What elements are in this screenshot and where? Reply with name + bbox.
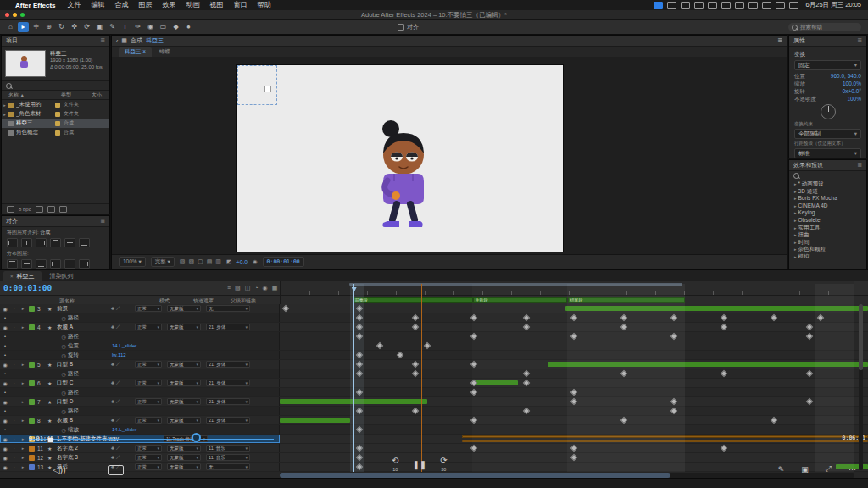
home-tool-icon[interactable]: ⌂ <box>5 22 16 32</box>
layer-row-left[interactable]: ◉·▸13★最后♣⟋正常▾无蒙版▾无▾ <box>0 463 280 471</box>
time-ruler[interactable] <box>280 281 854 295</box>
keyframe-icon[interactable] <box>411 370 418 377</box>
stopwatch-icon[interactable]: ◷ <box>59 334 68 340</box>
menu-文件[interactable]: 文件 <box>63 0 86 10</box>
hide-property-icon[interactable]: • <box>0 352 10 358</box>
vscroll-thumb[interactable] <box>859 304 863 370</box>
property-value[interactable]: 100% <box>847 95 861 103</box>
project-item-row[interactable]: ▸_角色素材文件夹 <box>2 109 109 119</box>
solo-icon[interactable]: · <box>10 446 19 451</box>
keyframe-icon[interactable] <box>721 324 727 330</box>
menu-编辑[interactable]: 编辑 <box>86 0 110 10</box>
close-icon[interactable]: × <box>10 274 14 279</box>
panel-menu-icon[interactable]: ≣ <box>857 162 862 169</box>
viewer-pasteboard[interactable] <box>112 57 787 255</box>
effect-category[interactable]: ▸扭曲 <box>789 231 866 239</box>
eye-icon[interactable]: ◉ <box>0 362 10 368</box>
menu-动画[interactable]: 动画 <box>181 0 205 10</box>
tab-project[interactable]: 项目 <box>6 36 18 45</box>
keyframe-icon[interactable] <box>355 426 362 433</box>
keyframe-icon[interactable] <box>411 324 418 330</box>
keyframe-icon[interactable] <box>470 445 477 452</box>
keyframe-icon[interactable] <box>470 333 477 340</box>
interpret-footage-icon[interactable] <box>7 206 14 213</box>
eye-icon[interactable]: ◉ <box>0 446 10 452</box>
parent-link-dropdown[interactable]: 21. 身体▾ <box>206 380 250 386</box>
layer-name[interactable]: 前景 <box>57 305 111 313</box>
twirl-icon[interactable]: ▸ <box>794 247 797 252</box>
keyframe-icon[interactable] <box>805 324 812 330</box>
parent-link-dropdown[interactable]: 11. 音乐▾ <box>206 445 250 452</box>
twirl-icon[interactable]: ▸ <box>794 218 797 223</box>
label-color-chip[interactable] <box>29 464 35 470</box>
keyframe-icon[interactable] <box>355 352 362 358</box>
comp-marker[interactable]: 结尾段 <box>568 297 686 303</box>
menu-效果[interactable]: 效果 <box>158 0 181 10</box>
project-item-row[interactable]: ▸_未使用的文件夹 <box>2 100 109 109</box>
eye-icon[interactable]: ◉ <box>0 306 10 312</box>
track-lane[interactable] <box>280 313 868 322</box>
twirl-icon[interactable]: ▸ <box>19 399 27 404</box>
menu-合成[interactable]: 合成 <box>110 0 134 10</box>
keyframe-icon[interactable] <box>411 408 418 414</box>
layer-row-left[interactable]: ◉·▸11★名字底 2♣⟋正常▾无蒙版▾11. 音乐▾ <box>0 444 280 452</box>
keyframe-icon[interactable] <box>355 324 362 330</box>
layer-row-left[interactable]: •◷路径 <box>0 407 280 415</box>
layer-row-left[interactable]: ◉·▸8★衣服 B♣⟋正常▾无蒙版▾21. 身体▾ <box>0 416 280 424</box>
audio-level-line[interactable] <box>29 439 274 440</box>
label-color-chip[interactable] <box>29 418 35 424</box>
timeline-tab-渲染队列[interactable]: 渲染队列 <box>43 271 81 281</box>
hide-property-icon[interactable]: • <box>0 390 10 395</box>
mask-visibility-icon[interactable]: ▢ <box>198 258 203 265</box>
keyframe-icon[interactable] <box>570 398 577 405</box>
twirl-icon[interactable]: ▸ <box>794 210 797 215</box>
parent-link-dropdown[interactable]: 11. 音乐▾ <box>206 454 250 461</box>
layer-row[interactable]: ◉·▸4★衣服 A♣⟋正常▾无蒙版▾21. 身体▾ <box>0 323 868 332</box>
property-row[interactable]: •◷旋转lw.112 <box>0 351 868 360</box>
align-left-button[interactable] <box>7 238 18 247</box>
layer-row-left[interactable]: ◉·▸6★口型 C♣⟋正常▾无蒙版▾21. 身体▾ <box>0 379 280 387</box>
keyframe-icon[interactable] <box>523 314 530 321</box>
shapes-icon[interactable] <box>721 2 731 9</box>
property-row[interactable]: •◷路径 <box>0 332 868 341</box>
distribute-right-button[interactable] <box>79 259 90 269</box>
track-matte-dropdown[interactable]: 无蒙版▾ <box>167 454 201 461</box>
solo-icon[interactable]: · <box>10 455 19 460</box>
twirl-icon[interactable]: ▸ <box>794 181 797 186</box>
keyframe-icon[interactable] <box>470 314 477 321</box>
layer-row[interactable]: ◉·▸8★衣服 B♣⟋正常▾无蒙版▾21. 身体▾ <box>0 416 868 425</box>
label-color-chip[interactable] <box>29 306 35 312</box>
hide-property-icon[interactable]: • <box>0 408 10 413</box>
align-center-v-button[interactable] <box>64 238 75 247</box>
parent-link-dropdown[interactable]: 无▾ <box>206 305 250 312</box>
align-top-button[interactable] <box>50 238 61 247</box>
graph-editor-icon[interactable]: ▦ <box>272 285 278 291</box>
keyframe-icon[interactable] <box>470 361 477 368</box>
label-color-chip[interactable] <box>29 399 35 405</box>
expand-icon[interactable]: ⤢ <box>826 464 832 474</box>
snap-checkbox[interactable] <box>398 24 404 30</box>
parent-link-dropdown[interactable]: 21. 身体▾ <box>206 324 250 330</box>
puppet-tool-icon[interactable]: ● <box>183 22 194 32</box>
hand-tool-icon[interactable]: ✛ <box>31 22 42 32</box>
property-name[interactable]: 路径 <box>68 370 112 378</box>
keyframe-icon[interactable] <box>411 361 418 368</box>
keyframe-icon[interactable] <box>620 417 627 424</box>
layer-row[interactable]: ◉·▸3★前景♣⟋正常▾无蒙版▾无▾ <box>0 304 868 313</box>
layer-switches[interactable]: ♣⟋ <box>111 380 133 386</box>
resolution-dropdown[interactable]: 完整 ▾ <box>151 257 175 267</box>
layer-name[interactable]: 口型 B <box>57 361 111 369</box>
blend-mode-dropdown[interactable]: 正常▾ <box>135 463 162 470</box>
keyframe-icon[interactable] <box>721 445 727 452</box>
panel-menu-icon[interactable]: ≣ <box>777 37 782 44</box>
tab-properties[interactable]: 属性 <box>793 36 805 45</box>
keyframe-icon[interactable] <box>282 305 289 312</box>
layer-row-left[interactable]: •◷路径 <box>0 369 280 378</box>
label-color-chip[interactable] <box>29 324 35 330</box>
menu-图层[interactable]: 图层 <box>134 0 158 10</box>
stopwatch-icon[interactable]: ◷ <box>59 390 68 396</box>
eye-icon[interactable]: ◉ <box>0 418 10 424</box>
twirl-icon[interactable]: ▸ <box>2 112 8 117</box>
keyframe-icon[interactable] <box>670 398 677 405</box>
orbit-camera-tool-icon[interactable]: ↻ <box>56 22 67 32</box>
